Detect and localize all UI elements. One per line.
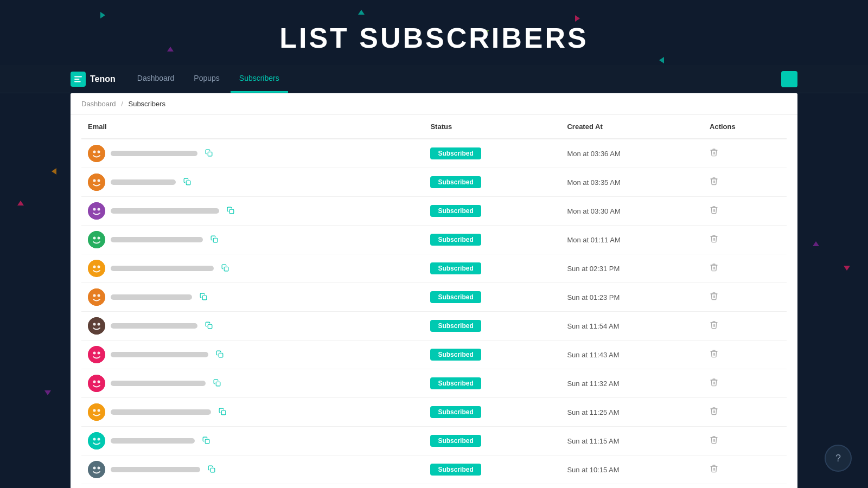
copy-email-icon-2[interactable] (183, 178, 191, 187)
avatar-4 (88, 231, 105, 248)
delete-button-5[interactable] (710, 263, 718, 274)
status-cell-9: Subscribed (424, 369, 560, 398)
svg-point-45 (93, 467, 96, 470)
delete-button-6[interactable] (710, 292, 718, 303)
svg-rect-7 (186, 181, 190, 185)
table-row: Subscribed Sun at 11:15 AM (81, 427, 787, 455)
avatar-11 (88, 432, 105, 450)
delete-button-10[interactable] (710, 407, 718, 418)
copy-email-icon-5[interactable] (221, 264, 229, 273)
avatar-10 (88, 403, 105, 421)
status-cell-2: Subscribed (424, 168, 560, 197)
delete-button-8[interactable] (710, 349, 718, 360)
status-badge-8: Subscribed (430, 349, 481, 361)
created-at-cell-8: Sun at 11:43 AM (560, 341, 703, 369)
delete-button-1[interactable] (710, 148, 718, 159)
delete-button-4[interactable] (710, 234, 718, 245)
actions-cell-2 (703, 168, 787, 197)
table-row: Subscribed Sun at 11:54 AM (81, 312, 787, 341)
table-row: Subscribed Sun at 11:25 AM (81, 398, 787, 427)
svg-point-2 (98, 151, 100, 153)
svg-point-9 (93, 208, 96, 211)
subscribers-table: Email Status Created At Actions (81, 115, 787, 488)
table-row: Subscribed Mon at 03:36 AM (81, 139, 787, 168)
email-text-6 (111, 294, 192, 300)
actions-cell-12 (703, 455, 787, 484)
svg-point-20 (88, 288, 105, 306)
copy-email-icon-3[interactable] (227, 207, 234, 216)
created-at-cell-12: Sun at 10:15 AM (560, 455, 703, 484)
nav-right (781, 71, 797, 87)
status-badge-10: Subscribed (430, 406, 481, 418)
svg-rect-15 (213, 238, 218, 242)
email-text-10 (111, 409, 211, 415)
nav-link-popups[interactable]: Popups (185, 65, 228, 93)
status-cell-5: Subscribed (424, 254, 560, 283)
created-at-cell-4: Mon at 01:11 AM (560, 226, 703, 254)
nav-link-dashboard[interactable]: Dashboard (129, 65, 183, 93)
svg-point-0 (88, 145, 105, 162)
table-row: Subscribed Sun at 11:43 AM (81, 341, 787, 369)
svg-point-25 (93, 323, 96, 326)
nav-links: Dashboard Popups Subscribers (129, 65, 288, 93)
actions-cell-6 (703, 283, 787, 312)
status-cell-4: Subscribed (424, 226, 560, 254)
nav-avatar[interactable] (781, 71, 797, 87)
page-title-section: LIST SUBSCRIBERS (0, 0, 868, 65)
delete-button-11[interactable] (710, 435, 718, 446)
copy-email-icon-12[interactable] (208, 465, 215, 474)
table-row: Subscribed Sun at 02:31 PM (81, 254, 787, 283)
email-cell-8 (81, 341, 424, 369)
table-row: Subscribed Mon at 03:30 AM (81, 197, 787, 226)
status-badge-5: Subscribed (430, 262, 481, 274)
copy-email-icon-8[interactable] (216, 350, 224, 359)
table-row: Subscribed Mon at 01:11 AM (81, 226, 787, 254)
table-row: Subscribed Sun at 10:13 AM (81, 484, 787, 489)
copy-email-icon-10[interactable] (219, 408, 226, 417)
email-cell-2 (81, 168, 424, 197)
copy-email-icon-1[interactable] (205, 149, 213, 158)
nav-brand[interactable]: Tenon (71, 72, 116, 87)
svg-point-22 (98, 294, 100, 297)
created-at-cell-13: Sun at 10:13 AM (560, 484, 703, 489)
delete-button-2[interactable] (710, 177, 718, 188)
email-cell-7 (81, 312, 424, 341)
email-cell-10 (81, 398, 424, 427)
breadcrumb-dashboard-link[interactable]: Dashboard (81, 100, 116, 108)
avatar-5 (88, 260, 105, 277)
main-content: Dashboard / Subscribers Email Status Cre… (71, 93, 797, 488)
actions-cell-7 (703, 312, 787, 341)
svg-point-18 (98, 266, 100, 268)
email-text-11 (111, 438, 195, 444)
copy-email-icon-11[interactable] (202, 436, 210, 446)
svg-point-1 (93, 151, 96, 153)
col-created-at: Created At (560, 115, 703, 139)
status-cell-11: Subscribed (424, 427, 560, 455)
status-badge-3: Subscribed (430, 205, 481, 217)
email-text-4 (111, 237, 203, 242)
created-at-cell-11: Sun at 11:15 AM (560, 427, 703, 455)
svg-point-40 (88, 432, 105, 450)
delete-button-9[interactable] (710, 378, 718, 389)
copy-email-icon-9[interactable] (213, 379, 221, 388)
copy-email-icon-7[interactable] (205, 322, 213, 331)
svg-point-12 (88, 231, 105, 248)
nav-link-subscribers[interactable]: Subscribers (231, 65, 288, 93)
svg-rect-11 (229, 209, 234, 214)
support-button[interactable]: ? (825, 445, 852, 472)
actions-cell-13 (703, 484, 787, 489)
page-title: LIST SUBSCRIBERS (0, 22, 868, 54)
support-icon: ? (835, 453, 841, 464)
navbar: Tenon Dashboard Popups Subscribers (0, 65, 868, 93)
delete-button-12[interactable] (710, 464, 718, 475)
copy-email-icon-6[interactable] (200, 293, 207, 302)
svg-point-28 (88, 346, 105, 363)
email-cell-5 (81, 254, 424, 283)
delete-button-7[interactable] (710, 320, 718, 331)
svg-point-5 (93, 179, 96, 182)
copy-email-icon-4[interactable] (210, 235, 218, 245)
delete-button-3[interactable] (710, 206, 718, 216)
actions-cell-3 (703, 197, 787, 226)
svg-point-6 (98, 179, 100, 182)
table-row: Subscribed Sun at 01:23 PM (81, 283, 787, 312)
